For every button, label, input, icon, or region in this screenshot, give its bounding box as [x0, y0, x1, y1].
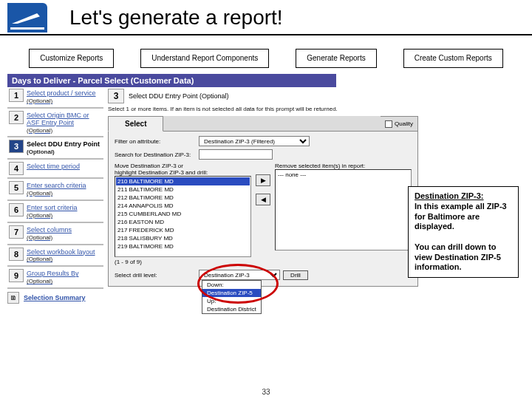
available-item[interactable]: 215 CUMBERLAND MD — [116, 210, 250, 218]
move-right-button[interactable]: ▶ — [256, 174, 270, 186]
available-item[interactable]: 219 BALTIMORE MD — [116, 242, 250, 250]
step-7: 7Select columns(Optional) — [7, 224, 103, 243]
drill-menu-up-hdr: Up: — [202, 297, 261, 305]
step-instructions: Select 1 or more items. If an item is no… — [108, 106, 418, 112]
step-1: 1Select product / service(Optional) — [7, 87, 103, 106]
step-8: 8Select workbook layout(Optional) — [7, 246, 103, 265]
step-link[interactable]: Enter sort criteria(Optional) — [27, 203, 102, 219]
step-5: 5Enter search criteria(Optional) — [7, 180, 103, 199]
available-pager: (1 - 9 of 9) — [115, 259, 251, 265]
step-9: 9Group Results By(Optional) — [7, 267, 103, 287]
drill-dropdown-menu[interactable]: Down: Destination ZIP-5 Up: Destination … — [202, 280, 262, 314]
available-item[interactable]: 211 BALTIMORE MD — [116, 185, 250, 194]
step-6: 6Enter sort criteria(Optional) — [7, 202, 103, 221]
callout-p2: You can drill down to view Destination Z… — [415, 242, 501, 272]
filter-search-input[interactable] — [199, 149, 273, 160]
available-item[interactable]: 214 ANNAPOLIS MD — [116, 202, 250, 210]
breadcrumb: Days to Deliver - Parcel Select (Custome… — [7, 74, 336, 87]
available-item[interactable]: 216 EASTON MD — [116, 218, 250, 226]
callout-p1: In this example all ZIP-3 for Baltimore … — [415, 202, 507, 231]
filter-attr-select[interactable]: Destination ZIP-3 (Filtered) — [199, 136, 310, 146]
nav-understand[interactable]: Understand Report Components — [140, 49, 269, 68]
current-step-num: 3 — [108, 89, 124, 103]
nav-create-custom[interactable]: Create Custom Reports — [403, 49, 503, 68]
drill-label: Select drill level: — [115, 272, 196, 279]
step-link[interactable]: Select product / service(Optional) — [27, 89, 102, 105]
nav-customize[interactable]: Customize Reports — [29, 49, 114, 68]
drill-menu-district[interactable]: Destination District — [202, 305, 261, 313]
step-link[interactable]: Select Origin BMC or ASF Entry Point(Opt… — [27, 111, 102, 134]
usps-logo-icon — [7, 3, 47, 33]
selected-caption: Remove selected item(s) in report: — [275, 163, 412, 169]
available-item[interactable]: 217 FREDERICK MD — [116, 226, 250, 234]
current-step-heading: Select DDU Entry Point (Optional) — [129, 92, 229, 100]
page-title: Let's generate a report! — [69, 6, 283, 30]
step-4: 4Select time period — [7, 160, 103, 177]
callout-heading: Destination ZIP-3: — [415, 191, 484, 200]
selected-list[interactable]: --- none --- — [275, 169, 412, 250]
available-item[interactable]: 210 BALTIMORE MD — [116, 177, 250, 185]
wizard-steps: 1Select product / service(Optional) 2Sel… — [7, 87, 103, 304]
available-item[interactable]: 218 SALISBURY MD — [116, 234, 250, 242]
filter-search-label: Search for Destination ZIP-3: — [115, 151, 196, 158]
step-current: Select DDU Entry Point(Optional) — [27, 140, 102, 156]
selection-summary[interactable]: 🗎 Selection Summary — [7, 292, 103, 304]
callout-box: Destination ZIP-3: In this example all Z… — [408, 186, 519, 278]
step-link[interactable]: Select columns(Optional) — [27, 225, 102, 242]
nav-generate[interactable]: Generate Reports — [296, 49, 377, 68]
move-left-button[interactable]: ◀ — [256, 194, 270, 205]
available-list[interactable]: 210 BALTIMORE MD211 BALTIMORE MD212 BALT… — [115, 176, 251, 257]
step-2: 2Select Origin BMC or ASF Entry Point(Op… — [7, 109, 103, 136]
step-link[interactable]: Enter search criteria(Optional) — [27, 181, 102, 197]
checkbox-icon — [385, 120, 392, 128]
summary-icon: 🗎 — [7, 292, 19, 304]
nav-row: Customize Reports Understand Report Comp… — [0, 49, 532, 68]
step-link[interactable]: Select workbook layout(Optional) — [27, 248, 102, 264]
filter-attr-label: Filter on attribute: — [115, 138, 196, 145]
drill-button[interactable]: Drill — [283, 270, 308, 280]
step-link[interactable]: Group Results By(Optional) — [27, 269, 102, 285]
slide-number: 33 — [0, 388, 532, 396]
tab-select[interactable]: Select — [108, 116, 163, 132]
available-caption: Move Destination ZIP-3 orhighlight Desti… — [115, 163, 251, 176]
drill-level-select[interactable]: Destination ZIP-3 — [199, 270, 280, 280]
step-3: 3Select DDU Entry Point(Optional) — [7, 138, 103, 157]
drill-menu-down-hdr: Down: — [202, 281, 261, 289]
step-link[interactable]: Select time period — [27, 162, 102, 171]
available-item[interactable]: 212 BALTIMORE MD — [116, 194, 250, 202]
quality-checkbox[interactable]: Quality — [381, 116, 418, 132]
drill-menu-zip5[interactable]: Destination ZIP-5 — [202, 289, 261, 297]
